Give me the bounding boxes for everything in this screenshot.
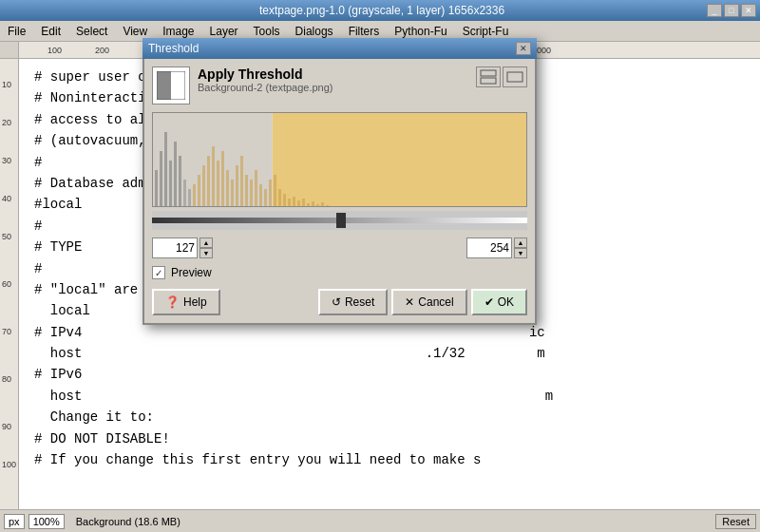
- dialog-close-button[interactable]: ✕: [516, 42, 531, 55]
- title-bar: textpage.png-1.0 (grayscale, 1 layer) 16…: [0, 0, 760, 21]
- menu-dialogs[interactable]: Dialogs: [288, 23, 341, 40]
- svg-rect-44: [231, 180, 234, 206]
- cancel-label: Cancel: [418, 295, 453, 309]
- reset-button[interactable]: ↺ Reset: [318, 289, 388, 315]
- right-spin-down[interactable]: ▼: [514, 248, 527, 258]
- menu-image[interactable]: Image: [155, 23, 201, 40]
- svg-rect-33: [179, 156, 181, 206]
- svg-rect-51: [264, 189, 267, 206]
- title-bar-buttons: _ □ ✕: [707, 4, 756, 17]
- svg-text:70: 70: [2, 327, 11, 336]
- dialog-buttons: ❓ Help ↺ Reset ✕ Cancel ✔ OK: [152, 289, 527, 315]
- menu-filters[interactable]: Filters: [341, 23, 388, 40]
- right-input-group: ▲ ▼: [466, 238, 527, 258]
- canvas-text-line-14: host .1/32 m: [34, 343, 745, 364]
- svg-rect-39: [207, 156, 210, 206]
- help-label: Help: [183, 295, 207, 309]
- svg-text:90: 90: [2, 422, 11, 431]
- svg-rect-38: [202, 165, 205, 206]
- menu-scriptfu[interactable]: Script-Fu: [455, 23, 517, 40]
- threshold-dialog: Threshold ✕ Apply Threshold Background-2…: [142, 38, 537, 325]
- svg-rect-46: [240, 156, 243, 206]
- svg-rect-23: [481, 70, 496, 76]
- svg-text:30: 30: [2, 156, 11, 165]
- menu-pythonfu[interactable]: Python-Fu: [387, 23, 454, 40]
- canvas-text-line-17: Change it to:: [34, 407, 745, 428]
- left-spin-up[interactable]: ▲: [200, 238, 213, 248]
- svg-rect-36: [193, 184, 196, 206]
- right-spin-up[interactable]: ▲: [514, 238, 527, 248]
- cancel-icon: ✕: [405, 295, 414, 309]
- dialog-header-info: Apply Threshold Background-2 (textpage.p…: [198, 66, 332, 93]
- unit-selector[interactable]: px: [4, 514, 25, 529]
- svg-rect-37: [198, 175, 200, 206]
- svg-rect-43: [226, 170, 229, 206]
- svg-text:10: 10: [2, 80, 11, 89]
- menu-edit[interactable]: Edit: [33, 23, 68, 40]
- maximize-button[interactable]: □: [724, 4, 739, 17]
- threshold-right-input[interactable]: [466, 238, 512, 258]
- chain-btn-2[interactable]: [503, 66, 527, 87]
- reset-label: Reset: [345, 295, 374, 309]
- threshold-slider-thumb[interactable]: [336, 213, 346, 228]
- svg-rect-34: [183, 180, 186, 206]
- threshold-inputs-row: ▲ ▼ ▲ ▼: [152, 238, 527, 258]
- svg-text:100: 100: [2, 460, 16, 469]
- svg-rect-28: [155, 170, 158, 206]
- dialog-title-bar: Threshold ✕: [142, 38, 537, 59]
- left-input-group: ▲ ▼: [152, 238, 213, 258]
- svg-rect-59: [302, 199, 305, 206]
- menu-tools[interactable]: Tools: [246, 23, 288, 40]
- zoom-selector[interactable]: 100%: [28, 514, 65, 529]
- dialog-apply-title: Apply Threshold: [198, 66, 332, 82]
- dialog-title-text: Threshold: [148, 42, 199, 55]
- menu-layer[interactable]: Layer: [202, 23, 246, 40]
- svg-rect-29: [160, 151, 162, 206]
- status-bar: px 100% Background (18.6 MB) Reset: [0, 509, 760, 532]
- minimize-button[interactable]: _: [707, 4, 722, 17]
- svg-rect-40: [212, 146, 215, 206]
- svg-rect-27: [273, 113, 526, 206]
- svg-rect-60: [307, 203, 310, 206]
- svg-rect-48: [250, 180, 253, 206]
- svg-rect-31: [169, 161, 172, 206]
- canvas-text-line-15: # IPv6: [34, 364, 745, 385]
- left-spin-down[interactable]: ▼: [200, 248, 213, 258]
- dialog-chain-buttons: [476, 66, 527, 87]
- svg-rect-41: [217, 161, 219, 206]
- status-info: Background (18.6 MB): [68, 516, 712, 527]
- menu-view[interactable]: View: [115, 23, 155, 40]
- cancel-button[interactable]: ✕ Cancel: [391, 289, 466, 315]
- menu-file[interactable]: File: [0, 23, 33, 40]
- svg-rect-54: [278, 189, 281, 206]
- svg-rect-55: [283, 194, 286, 206]
- chain-btn-1[interactable]: [476, 66, 501, 87]
- svg-rect-30: [164, 132, 167, 206]
- close-button[interactable]: ✕: [741, 4, 756, 17]
- canvas-text-line-16: host m: [34, 386, 745, 407]
- right-buttons: ↺ Reset ✕ Cancel ✔ OK: [318, 289, 527, 315]
- svg-text:50: 50: [2, 232, 11, 241]
- dialog-subtitle: Background-2 (textpage.png): [198, 82, 332, 93]
- canvas-text-line-19: # DO NOT DISABLE!: [34, 428, 745, 449]
- svg-rect-42: [221, 151, 224, 206]
- svg-rect-58: [297, 200, 300, 206]
- histogram-container: [152, 112, 527, 207]
- menu-select[interactable]: Select: [68, 23, 115, 40]
- svg-text:200: 200: [95, 46, 109, 55]
- canvas-text-line-13: # IPv4 ic: [34, 322, 745, 343]
- svg-rect-35: [188, 189, 191, 206]
- svg-rect-25: [507, 72, 522, 82]
- help-button[interactable]: ❓ Help: [152, 289, 220, 315]
- svg-rect-32: [174, 142, 177, 206]
- status-reset-button[interactable]: Reset: [715, 514, 756, 529]
- svg-rect-62: [316, 204, 319, 206]
- reset-icon: ↺: [332, 295, 341, 309]
- ok-icon: ✔: [484, 295, 494, 309]
- ok-label: OK: [498, 295, 514, 309]
- help-icon: ❓: [165, 295, 180, 309]
- ok-button[interactable]: ✔ OK: [471, 289, 527, 315]
- threshold-left-input[interactable]: [152, 238, 198, 258]
- svg-rect-53: [274, 175, 276, 206]
- preview-checkbox[interactable]: ✓: [152, 266, 165, 279]
